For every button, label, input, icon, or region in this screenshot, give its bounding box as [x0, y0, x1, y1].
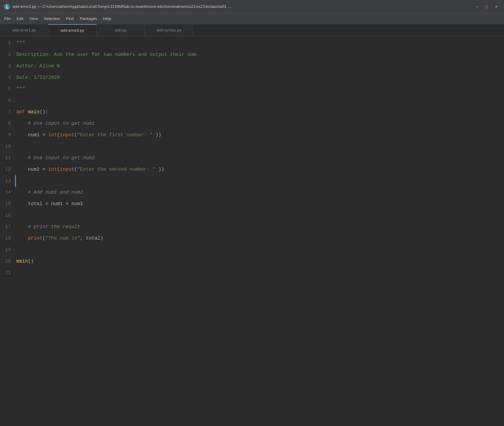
- code-text-16: [16, 210, 19, 221]
- code-builtin-int-12: int: [48, 164, 57, 175]
- line-num-17: 17: [0, 221, 11, 233]
- window-controls: − □ ×: [473, 2, 500, 11]
- code-line-19: [15, 244, 504, 256]
- code-paren-18a: (: [42, 233, 45, 244]
- line-num-19: 19: [0, 244, 11, 256]
- code-line-12: num2 = int(input("Enter the second numbe…: [15, 164, 504, 175]
- code-text-1: """: [16, 37, 25, 49]
- line-num-20: 20: [0, 256, 11, 267]
- menu-bar: File Edit View Selection Find Packages H…: [0, 13, 504, 24]
- tab-label-add-syntax: add-syntax.py: [157, 28, 181, 32]
- editor[interactable]: 1 2 3 4 5 6 7 8 9 10 11 12 13 14 15 16 1…: [0, 36, 504, 426]
- code-comment-11: # Use input to get num2: [16, 152, 95, 164]
- code-keyword-def: def: [16, 106, 28, 118]
- code-comment-14: # Add num1 and num2: [16, 187, 83, 198]
- code-func-main-call: main: [16, 256, 28, 267]
- code-comment-17: # print the result: [16, 221, 80, 233]
- code-text-19: [16, 244, 19, 256]
- line-num-2: 2: [0, 49, 11, 60]
- minimize-button[interactable]: −: [473, 2, 481, 11]
- code-line-5: """: [15, 83, 504, 95]
- line-numbers: 1 2 3 4 5 6 7 8 9 10 11 12 13 14 15 16 1…: [0, 36, 15, 426]
- line-num-12: 12: [0, 164, 11, 175]
- tab-add-syntax[interactable]: add-syntax.py: [145, 24, 193, 36]
- code-paren-20: (): [28, 256, 34, 267]
- code-text-6: [16, 95, 19, 106]
- close-button[interactable]: ×: [492, 2, 500, 11]
- line-num-16: 16: [0, 210, 11, 221]
- code-line-21: [15, 267, 504, 279]
- menu-file[interactable]: File: [1, 15, 14, 22]
- cursor-indicator: [15, 175, 16, 187]
- code-str-12: "Enter the second number: ": [77, 164, 156, 175]
- code-text-21: [16, 267, 19, 279]
- tab-add-error1[interactable]: add-error1.py: [0, 24, 48, 36]
- menu-packages[interactable]: Packages: [77, 15, 100, 22]
- code-text-9b: )): [152, 129, 161, 141]
- code-line-3: Author: Aline N: [15, 60, 504, 72]
- code-func-main: main: [28, 106, 39, 118]
- line-num-1: 1: [0, 37, 11, 49]
- tab-label-add-error2: add-error2.py: [60, 28, 84, 33]
- menu-view[interactable]: View: [26, 15, 41, 22]
- line-num-11: 11: [0, 152, 11, 164]
- code-text-2: Description: Ask the user for two number…: [16, 49, 196, 60]
- menu-find[interactable]: Find: [63, 15, 77, 22]
- code-line-8: # Use input to get num1: [15, 118, 504, 129]
- code-paren-9b: (: [74, 129, 77, 141]
- tab-label-add-error1: add-error1.py: [12, 28, 36, 32]
- code-comment-8: # Use input to get num1: [16, 118, 95, 129]
- code-text-4: Date: 1/22/2020: [16, 72, 60, 83]
- line-num-7: 7: [0, 106, 11, 118]
- menu-help[interactable]: Help: [100, 15, 114, 22]
- line-num-6: 6: [0, 95, 11, 106]
- line-num-3: 3: [0, 60, 11, 72]
- tab-add[interactable]: add.py: [97, 24, 145, 36]
- code-line-14: # Add num1 and num2: [15, 187, 504, 198]
- code-line-18: print("The sum is", total): [15, 233, 504, 244]
- line-num-5: 5: [0, 83, 11, 95]
- app-icon: 🐍: [4, 3, 10, 10]
- code-paren-7: ():: [40, 106, 48, 118]
- code-text-12b: )): [156, 164, 164, 175]
- code-paren-9a: (: [57, 129, 60, 141]
- line-num-9: 9: [0, 129, 11, 141]
- code-area[interactable]: """ Description: Ask the user for two nu…: [15, 36, 504, 426]
- code-builtin-int-9: int: [48, 129, 57, 141]
- code-text-9a: num1 =: [16, 129, 48, 141]
- code-line-9: num1 = int(input("Enter the first number…: [15, 129, 504, 141]
- code-text-12a: num2 =: [16, 164, 48, 175]
- tab-label-add: add.py: [115, 28, 127, 32]
- code-builtin-print: print: [28, 233, 42, 244]
- code-line-4: Date: 1/22/2020: [15, 72, 504, 83]
- code-text-10: [16, 141, 19, 152]
- code-line-6: [15, 95, 504, 106]
- line-num-18: 18: [0, 233, 11, 244]
- maximize-button[interactable]: □: [482, 2, 491, 11]
- tab-add-error2[interactable]: add-error2.py: [48, 24, 97, 36]
- code-text-5: """: [16, 83, 25, 95]
- menu-edit[interactable]: Edit: [14, 15, 26, 22]
- code-line-2: Description: Ask the user for two number…: [15, 49, 504, 60]
- line-num-8: 8: [0, 118, 11, 129]
- code-line-20: main(): [15, 256, 504, 267]
- code-line-17: # print the result: [15, 221, 504, 233]
- code-paren-12a: (: [57, 164, 60, 175]
- tab-bar: add-error1.py add-error2.py add.py add-s…: [0, 24, 504, 36]
- code-indent-18: [16, 233, 28, 244]
- code-line-15: total = num1 + num1: [15, 198, 504, 210]
- code-line-10: [15, 141, 504, 152]
- code-paren-12b: (: [74, 164, 77, 175]
- line-num-10: 10: [0, 141, 11, 152]
- menu-selection[interactable]: Selection: [41, 15, 63, 22]
- line-num-15: 15: [0, 198, 11, 210]
- title-bar-left: 🐍 add-error2.py — C:\Users\alinen\AppDat…: [4, 3, 231, 10]
- code-text-15a: total = num1 + num1: [16, 198, 83, 210]
- svg-text:🐍: 🐍: [5, 5, 9, 9]
- title-bar: 🐍 add-error2.py — C:\Users\alinen\AppDat…: [0, 0, 504, 13]
- code-line-13: [15, 175, 504, 187]
- line-num-13: 13: [0, 175, 11, 187]
- window-title: add-error2.py — C:\Users\alinen\AppData\…: [13, 4, 231, 9]
- code-builtin-input-9: input: [60, 129, 74, 141]
- code-line-7: def main():: [15, 106, 504, 118]
